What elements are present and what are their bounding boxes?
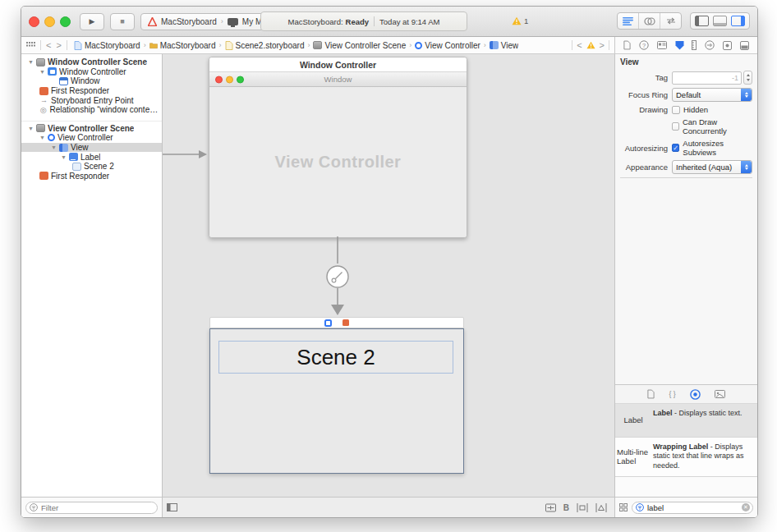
storyboard-entry-arrow[interactable]	[163, 149, 210, 159]
attributes-inspector-icon[interactable]	[675, 40, 684, 50]
back-button[interactable]: <	[46, 41, 51, 50]
utilities-panel: View Tag -1 Focus Ring Default Drawing	[614, 54, 757, 517]
window-content-area[interactable]: View Controller	[209, 87, 467, 237]
disclosure-icon[interactable]: ▼	[28, 126, 34, 131]
document-outline-toggle-icon[interactable]	[167, 503, 177, 511]
disclosure-icon[interactable]: ▼	[61, 154, 67, 160]
breadcrumb-folder[interactable]: MacStoryboard	[149, 41, 216, 50]
zoom-window-button[interactable]	[60, 16, 71, 27]
appearance-dropdown[interactable]: Inherited (Aqua)	[672, 160, 752, 174]
label-icon	[69, 153, 78, 161]
bindings-inspector-icon[interactable]	[723, 41, 732, 50]
window-title-bar[interactable]: Window	[209, 72, 467, 87]
forward-button[interactable]: >	[56, 41, 61, 50]
disclosure-icon[interactable]: ▼	[39, 135, 45, 140]
scene2-dock[interactable]	[209, 317, 464, 328]
library-filter-input[interactable]	[632, 502, 753, 514]
window-title: Window	[324, 75, 352, 84]
standard-editor-icon	[623, 17, 633, 25]
version-editor-button[interactable]	[660, 13, 681, 29]
embed-in-stack-icon[interactable]: B	[563, 503, 569, 512]
breadcrumb-view[interactable]: View	[490, 41, 519, 50]
window-controller-icon	[48, 67, 57, 76]
outline-item-window-controller-scene[interactable]: ▼ Window Controller Scene	[21, 57, 162, 67]
debug-area-toggle-button[interactable]	[713, 16, 727, 26]
assistant-editor-icon	[644, 17, 655, 25]
breadcrumb-scene[interactable]: View Controller Scene	[313, 41, 406, 50]
run-button[interactable]: ▶	[80, 13, 104, 30]
previous-issue-button[interactable]: <	[577, 41, 582, 50]
scene2-view[interactable]: Scene 2	[209, 328, 464, 474]
breadcrumb-storyboard-file[interactable]: Scene2.storyboard	[225, 41, 305, 50]
outline-item-label[interactable]: ▼ Label	[21, 152, 162, 162]
outline-item-relationship[interactable]: ◎ Relationship “window content” to “...	[21, 105, 162, 115]
library-item-label[interactable]: Label Label - Displays static text.	[615, 404, 757, 438]
file-template-library-icon[interactable]	[647, 389, 655, 399]
outline-item-scene2-cell[interactable]: Scene 2	[21, 162, 162, 172]
standard-editor-button[interactable]	[618, 13, 639, 29]
toolbar-warning-badge[interactable]: 1	[512, 16, 528, 25]
outline-item-window-controller[interactable]: ▼ Window Controller	[21, 67, 162, 77]
autoresizes-subviews-checkbox[interactable]: ✓	[672, 144, 679, 152]
tag-stepper[interactable]	[743, 71, 752, 85]
align-icon[interactable]	[577, 503, 588, 512]
scene-title-bar[interactable]: Window Controller	[209, 57, 467, 72]
next-issue-button[interactable]: >	[600, 41, 605, 50]
minimize-window-button[interactable]	[44, 16, 55, 27]
identity-inspector-icon[interactable]	[657, 41, 667, 49]
first-responder-icon[interactable]	[343, 319, 349, 326]
connections-inspector-icon[interactable]	[705, 40, 715, 50]
disclosure-icon[interactable]: ▼	[39, 69, 45, 75]
outline-item-first-responder-1[interactable]: First Responder	[21, 86, 162, 96]
code-snippet-library-icon[interactable]: { }	[669, 390, 675, 398]
resolve-auto-layout-icon[interactable]	[595, 503, 607, 512]
clear-filter-icon[interactable]: ✕	[742, 503, 750, 511]
size-inspector-icon[interactable]	[692, 40, 697, 50]
update-frames-icon[interactable]	[545, 503, 556, 512]
breadcrumb-project[interactable]: MacStoryboard	[74, 41, 140, 50]
media-library-icon[interactable]	[715, 390, 725, 398]
focus-ring-dropdown[interactable]: Default	[672, 88, 752, 102]
window-content-segue[interactable]	[324, 236, 352, 317]
quick-help-inspector-icon[interactable]: ?	[639, 40, 649, 50]
can-draw-concurrently-checkbox[interactable]	[672, 122, 679, 131]
scheme-selector[interactable]: MacStoryboard › My Mac	[140, 13, 278, 30]
tag-row: Tag -1	[620, 71, 752, 85]
view-controller-icon	[48, 134, 55, 141]
first-responder-icon	[39, 172, 48, 180]
outline-item-view[interactable]: ▼ View	[21, 143, 162, 153]
outline-item-entry-point[interactable]: → Storyboard Entry Point	[21, 95, 162, 105]
jump-bar-left: < >	[21, 37, 72, 53]
window-controller-scene[interactable]: Window Controller Window View Controller	[209, 57, 467, 238]
filter-icon	[636, 503, 644, 511]
assistant-editor-button[interactable]	[639, 13, 660, 29]
breadcrumb-view-controller[interactable]: View Controller	[415, 41, 480, 50]
outline-filter-input[interactable]	[25, 502, 158, 514]
view-controller-icon[interactable]	[324, 319, 332, 327]
hidden-checkbox[interactable]	[672, 106, 680, 114]
library-grid-view-icon[interactable]	[619, 503, 628, 511]
view-effects-inspector-icon[interactable]	[740, 41, 749, 50]
disclosure-icon[interactable]: ▼	[51, 144, 57, 150]
disclosure-icon[interactable]: ▼	[28, 59, 34, 65]
close-window-button[interactable]	[29, 16, 39, 27]
warning-count: 1	[524, 16, 528, 25]
canvas-content[interactable]: Window Controller Window View Controller	[163, 54, 614, 497]
outline-item-window[interactable]: Window	[21, 76, 162, 86]
stop-button[interactable]: ■	[110, 13, 135, 30]
navigator-toggle-button[interactable]	[695, 16, 709, 26]
outline-item-first-responder-2[interactable]: First Responder	[21, 172, 162, 181]
appearance-label: Appearance	[620, 163, 672, 172]
file-inspector-icon[interactable]	[623, 40, 631, 50]
toolbar-right-controls	[617, 12, 750, 30]
scene2-label[interactable]: Scene 2	[218, 341, 453, 374]
drawing-label: Drawing	[620, 105, 672, 114]
outline-item-view-controller[interactable]: ▼ View Controller	[21, 133, 162, 143]
outline-item-view-controller-scene[interactable]: ▼ View Controller Scene	[21, 124, 162, 134]
object-library-icon[interactable]	[690, 389, 701, 400]
inspector-section-title: View	[620, 57, 752, 66]
utilities-toggle-button[interactable]	[731, 16, 745, 26]
library-item-wrapping-label[interactable]: Multi-line Label Wrapping Label - Displa…	[615, 438, 757, 477]
related-items-icon[interactable]	[26, 42, 35, 49]
tag-field[interactable]: -1	[672, 71, 742, 85]
